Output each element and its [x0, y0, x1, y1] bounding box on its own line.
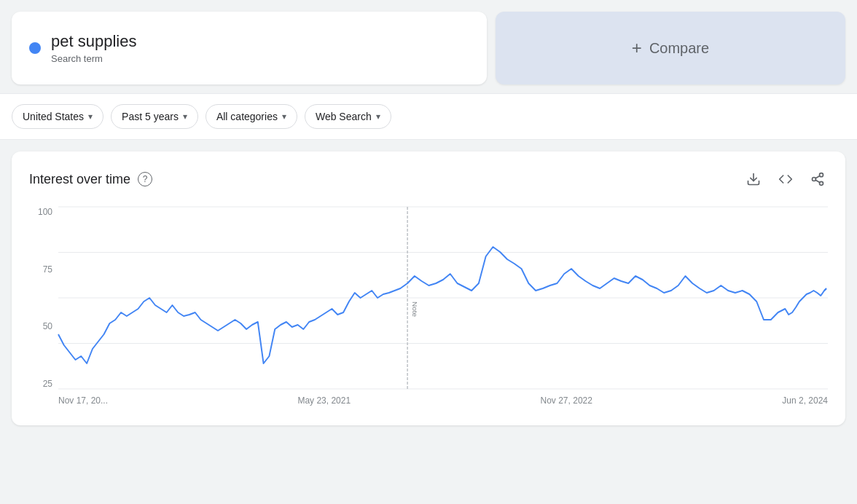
- compare-card[interactable]: + Compare: [496, 12, 845, 84]
- category-label: All categories: [216, 111, 278, 122]
- main-content: Interest over time ?: [0, 140, 857, 437]
- chart-header: Interest over time ?: [29, 169, 828, 189]
- top-section: pet supplies Search term + Compare: [0, 0, 857, 93]
- search-term-dot: [29, 42, 41, 54]
- help-icon[interactable]: ?: [138, 172, 152, 186]
- x-label-4: Jun 2, 2024: [782, 395, 828, 406]
- timeframe-chevron-icon: ▾: [183, 111, 187, 122]
- x-label-1: Nov 17, 20...: [58, 395, 108, 406]
- chart-title: Interest over time: [29, 172, 130, 187]
- search-term-label: pet supplies: [51, 31, 136, 52]
- y-label-25: 25: [29, 379, 58, 389]
- chart-inner: Note: [58, 207, 828, 389]
- x-label-3: Nov 27, 2022: [541, 395, 592, 406]
- search-type-filter[interactable]: Web Search ▾: [305, 104, 391, 129]
- search-term-sublabel: Search term: [51, 53, 103, 64]
- search-type-chevron-icon: ▾: [376, 111, 380, 122]
- y-label-100: 100: [29, 207, 58, 217]
- y-axis: 100 75 50 25: [29, 207, 58, 389]
- filters-section: United States ▾ Past 5 years ▾ All categ…: [0, 93, 857, 140]
- search-term-card: pet supplies Search term: [12, 12, 487, 84]
- timeframe-filter[interactable]: Past 5 years ▾: [111, 104, 198, 129]
- x-label-2: May 23, 2021: [297, 395, 351, 406]
- region-filter[interactable]: United States ▾: [12, 104, 103, 129]
- compare-label: Compare: [649, 40, 709, 57]
- svg-line-5: [815, 176, 820, 178]
- y-label-50: 50: [29, 321, 58, 331]
- download-button[interactable]: [743, 169, 764, 189]
- category-chevron-icon: ▾: [282, 111, 286, 122]
- region-label: United States: [23, 111, 84, 122]
- category-filter[interactable]: All categories ▾: [206, 104, 297, 129]
- chart-area: 100 75 50 25 Note: [29, 207, 828, 411]
- chart-card: Interest over time ?: [12, 151, 845, 425]
- svg-text:Note: Note: [411, 302, 419, 318]
- x-axis: Nov 17, 20... May 23, 2021 Nov 27, 2022 …: [58, 390, 828, 411]
- compare-plus-icon: +: [632, 38, 642, 58]
- timeframe-label: Past 5 years: [122, 111, 179, 122]
- svg-line-4: [815, 180, 820, 182]
- search-type-label: Web Search: [316, 111, 372, 122]
- y-label-75: 75: [29, 264, 58, 275]
- share-button[interactable]: [807, 169, 828, 189]
- embed-button[interactable]: [775, 169, 796, 189]
- region-chevron-icon: ▾: [88, 111, 93, 122]
